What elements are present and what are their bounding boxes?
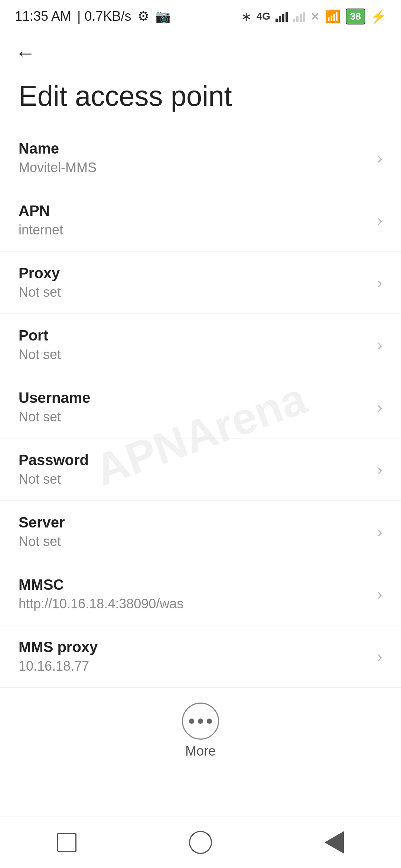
- settings-item-content-mmsc: MMSC http://10.16.18.4:38090/was: [19, 576, 369, 612]
- settings-item-proxy[interactable]: Proxy Not set ›: [0, 251, 401, 314]
- settings-label-mmsc: MMSC: [19, 576, 369, 593]
- settings-item-content-proxy: Proxy Not set: [19, 265, 369, 300]
- settings-value-username: Not set: [19, 409, 369, 425]
- settings-item-apn[interactable]: APN internet ›: [0, 189, 401, 251]
- chevron-icon-proxy: ›: [377, 273, 382, 292]
- settings-item-port[interactable]: Port Not set ›: [0, 314, 401, 376]
- settings-value-proxy: Not set: [19, 285, 369, 300]
- settings-icon: ⚙: [137, 9, 149, 24]
- settings-item-mmsc[interactable]: MMSC http://10.16.18.4:38090/was ›: [0, 563, 401, 625]
- settings-item-content-username: Username Not set: [19, 389, 369, 425]
- settings-value-password: Not set: [19, 471, 369, 487]
- back-icon: [325, 831, 344, 854]
- settings-item-content-port: Port Not set: [19, 327, 369, 362]
- nav-back-button[interactable]: [312, 828, 356, 857]
- status-right: ∗ 4G ✕ 📶 38 ⚡: [241, 9, 386, 24]
- page-title: Edit access point: [0, 69, 401, 127]
- no-signal-icon: ✕: [310, 10, 320, 23]
- settings-label-port: Port: [19, 327, 369, 344]
- settings-value-server: Not set: [19, 534, 369, 549]
- settings-label-server: Server: [19, 514, 369, 531]
- chevron-icon-name: ›: [377, 149, 382, 167]
- status-bar: 11:35 AM | 0.7KB/s ⚙ 📷 ∗ 4G ✕ 📶: [0, 0, 401, 30]
- nav-recents-button[interactable]: [45, 828, 89, 857]
- settings-label-mms-proxy: MMS proxy: [19, 639, 369, 655]
- settings-item-password[interactable]: Password Not set ›: [0, 438, 401, 501]
- signal-4g-icon: 4G: [257, 10, 270, 22]
- chevron-icon-username: ›: [377, 398, 382, 417]
- settings-label-apn: APN: [19, 203, 369, 219]
- settings-value-mms-proxy: 10.16.18.77: [19, 658, 369, 674]
- more-button[interactable]: [182, 703, 219, 740]
- settings-value-mmsc: http://10.16.18.4:38090/was: [19, 596, 369, 612]
- settings-value-name: Movitel-MMS: [19, 160, 369, 175]
- battery-icon: 38: [346, 9, 365, 24]
- back-button[interactable]: ←: [15, 41, 36, 65]
- speed-display: | 0.7KB/s: [77, 9, 131, 24]
- chevron-icon-mms-proxy: ›: [377, 647, 382, 666]
- settings-value-port: Not set: [19, 347, 369, 362]
- chevron-icon-mmsc: ›: [377, 585, 382, 604]
- back-row: ←: [0, 30, 401, 69]
- settings-label-password: Password: [19, 452, 369, 468]
- wifi-icon: 📶: [325, 9, 340, 24]
- nav-home-button[interactable]: [178, 828, 223, 857]
- settings-label-username: Username: [19, 389, 369, 406]
- settings-item-content-name: Name Movitel-MMS: [19, 140, 369, 175]
- time-display: 11:35 AM: [15, 9, 71, 24]
- recents-icon: [57, 833, 76, 852]
- settings-item-username[interactable]: Username Not set ›: [0, 376, 401, 438]
- bluetooth-icon: ∗: [241, 9, 251, 24]
- settings-item-name[interactable]: Name Movitel-MMS ›: [0, 127, 401, 189]
- nav-bar: [0, 816, 401, 868]
- charging-icon: ⚡: [371, 9, 386, 24]
- settings-label-proxy: Proxy: [19, 265, 369, 282]
- settings-item-content-password: Password Not set: [19, 452, 369, 487]
- settings-value-apn: internet: [19, 222, 369, 238]
- chevron-icon-apn: ›: [377, 211, 382, 230]
- status-left: 11:35 AM | 0.7KB/s ⚙ 📷: [15, 9, 171, 24]
- chevron-icon-password: ›: [377, 460, 382, 479]
- signal-bar-1: [276, 10, 288, 22]
- more-label: More: [185, 743, 216, 759]
- settings-item-mms-proxy[interactable]: MMS proxy 10.16.18.77 ›: [0, 625, 401, 688]
- settings-item-content-apn: APN internet: [19, 203, 369, 238]
- settings-list: Name Movitel-MMS › APN internet › Proxy …: [0, 127, 401, 688]
- home-icon: [189, 831, 212, 854]
- settings-item-content-mms-proxy: MMS proxy 10.16.18.77: [19, 639, 369, 674]
- settings-label-name: Name: [19, 140, 369, 157]
- chevron-icon-server: ›: [377, 523, 382, 541]
- signal-bar-2: [293, 10, 305, 22]
- camera-icon: 📷: [155, 9, 171, 24]
- settings-item-content-server: Server Not set: [19, 514, 369, 549]
- chevron-icon-port: ›: [377, 336, 382, 354]
- more-dots-icon: [189, 719, 212, 724]
- settings-item-server[interactable]: Server Not set ›: [0, 501, 401, 563]
- more-section: More: [0, 688, 401, 777]
